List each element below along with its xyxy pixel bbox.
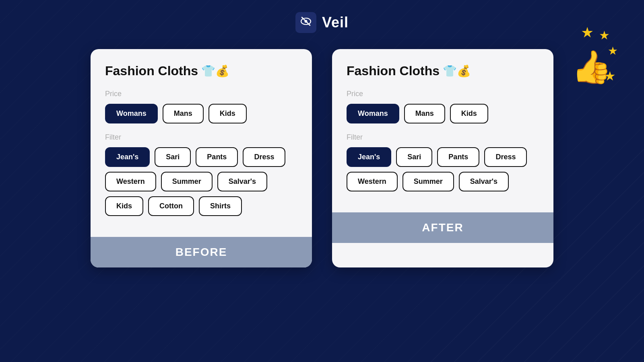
- after-title-emoji: 👕💰: [443, 64, 471, 78]
- after-filter-salvars[interactable]: Salvar's: [459, 172, 509, 191]
- after-filter-jeans[interactable]: Jean's: [347, 147, 391, 167]
- before-filter-dress[interactable]: Dress: [243, 147, 285, 167]
- after-card: Fashion Cloths 👕💰 Price Womans Mans Kids…: [332, 49, 553, 267]
- before-filter-western[interactable]: Western: [105, 172, 156, 191]
- before-title-emoji: 👕💰: [201, 64, 229, 78]
- logo-icon: [300, 15, 312, 30]
- before-filter-label: Filter: [105, 133, 297, 142]
- after-filter-label: Filter: [347, 133, 539, 142]
- before-card-body: Fashion Cloths 👕💰 Price Womans Mans Kids…: [91, 49, 312, 237]
- after-filter-sari[interactable]: Sari: [396, 147, 432, 167]
- after-title-text: Fashion Cloths: [347, 64, 440, 78]
- before-filter-cotton[interactable]: Cotton: [148, 196, 194, 216]
- after-price-kids[interactable]: Kids: [450, 104, 488, 123]
- before-filter-shirts[interactable]: Shirts: [199, 196, 242, 216]
- before-filter-kids[interactable]: Kids: [105, 196, 143, 216]
- after-card-body: Fashion Cloths 👕💰 Price Womans Mans Kids…: [332, 49, 553, 212]
- logo-text: Veil: [322, 14, 349, 31]
- before-footer-label: BEFORE: [175, 246, 227, 258]
- after-filter-summer[interactable]: Summer: [402, 172, 454, 191]
- after-card-title: Fashion Cloths 👕💰: [347, 64, 539, 78]
- after-filter-western[interactable]: Western: [347, 172, 398, 191]
- after-footer: AFTER: [332, 212, 553, 243]
- logo-box: [295, 12, 316, 33]
- before-filter-jeans[interactable]: Jean's: [105, 147, 150, 167]
- before-price-label: Price: [105, 90, 297, 98]
- after-filter-pants[interactable]: Pants: [437, 147, 479, 167]
- header: Veil: [0, 0, 644, 33]
- before-filter-sari[interactable]: Sari: [155, 147, 191, 167]
- after-price-womans[interactable]: Womans: [347, 104, 399, 123]
- before-footer: BEFORE: [91, 237, 312, 267]
- after-filter-buttons: Jean's Sari Pants Dress Western Summer S…: [347, 147, 539, 191]
- after-footer-label: AFTER: [422, 221, 463, 234]
- after-price-label: Price: [347, 90, 539, 98]
- before-price-kids[interactable]: Kids: [208, 104, 247, 123]
- before-title-text: Fashion Cloths: [105, 64, 198, 78]
- after-filter-dress[interactable]: Dress: [484, 147, 527, 167]
- before-filter-summer[interactable]: Summer: [161, 172, 213, 191]
- before-price-buttons: Womans Mans Kids: [105, 104, 297, 123]
- main-content: Fashion Cloths 👕💰 Price Womans Mans Kids…: [0, 33, 644, 267]
- after-price-buttons: Womans Mans Kids: [347, 104, 539, 123]
- before-filter-pants[interactable]: Pants: [196, 147, 238, 167]
- before-filter-buttons: Jean's Sari Pants Dress Western Summer S…: [105, 147, 297, 216]
- before-price-mans[interactable]: Mans: [163, 104, 204, 123]
- before-card: Fashion Cloths 👕💰 Price Womans Mans Kids…: [91, 49, 312, 267]
- after-price-mans[interactable]: Mans: [404, 104, 445, 123]
- before-price-womans[interactable]: Womans: [105, 104, 158, 123]
- before-card-title: Fashion Cloths 👕💰: [105, 64, 297, 78]
- before-filter-salvars[interactable]: Salvar's: [217, 172, 267, 191]
